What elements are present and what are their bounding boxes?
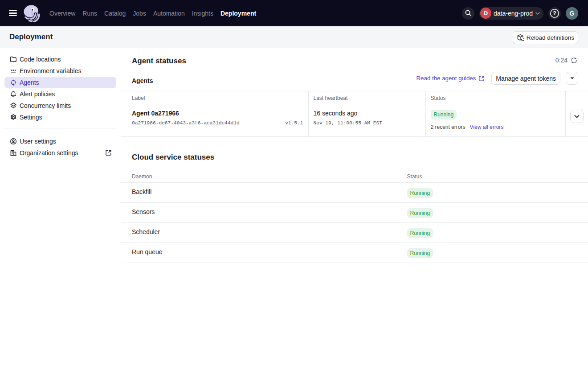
svg-text:?: ? xyxy=(553,10,556,16)
